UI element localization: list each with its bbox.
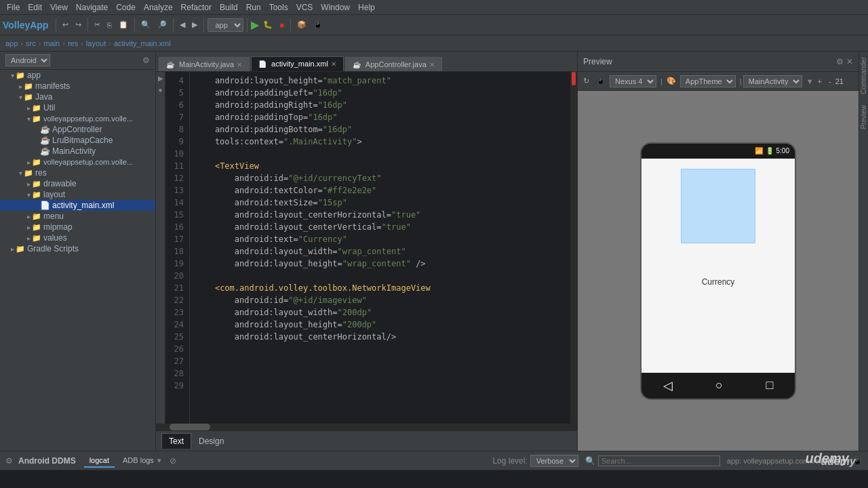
toolbar-sep-7 bbox=[290, 18, 291, 32]
menu-item-file[interactable]: File bbox=[3, 3, 24, 12]
sidebar-item-drawable[interactable]: ▸📁drawable bbox=[0, 178, 155, 189]
prev-zoom-out[interactable]: - bbox=[826, 76, 834, 87]
tab-activity-main[interactable]: 📄 activity_main.xml ✕ bbox=[251, 56, 344, 71]
sidebar-item-res[interactable]: ▾📁res bbox=[0, 167, 155, 178]
java-folder-icon: 📁 bbox=[24, 93, 33, 101]
menu-item-tools[interactable]: Tools bbox=[265, 3, 292, 12]
menu-item-edit[interactable]: Edit bbox=[24, 3, 46, 12]
sidebar-item-appcontroller[interactable]: ▸☕AppController bbox=[0, 124, 155, 135]
tab-appcontroller[interactable]: ☕ AppController.java ✕ bbox=[345, 57, 442, 71]
sidebar-item-mainactivity[interactable]: ▸☕MainActivity bbox=[0, 146, 155, 157]
menu-item-window[interactable]: Window bbox=[317, 3, 354, 12]
activity-main-label: activity_main.xml bbox=[52, 201, 114, 210]
stop-button[interactable]: ■ bbox=[277, 20, 287, 30]
tab-mainactivity[interactable]: ☕ MainActivity.java ✕ bbox=[159, 57, 250, 71]
avd-manager-btn[interactable]: 📱 bbox=[311, 19, 326, 30]
java-label: Java bbox=[35, 92, 52, 102]
sidebar-item-gradle[interactable]: ▸📁Gradle Scripts bbox=[0, 243, 155, 254]
bread-layout[interactable]: layout bbox=[86, 39, 106, 47]
bread-file[interactable]: activity_main.xml bbox=[114, 39, 171, 47]
prev-theme-select[interactable]: AppTheme bbox=[680, 75, 736, 87]
manifests-folder-icon: 📁 bbox=[24, 82, 33, 90]
debug-button[interactable]: 🐛 bbox=[260, 19, 275, 30]
prev-device-select[interactable]: Nexus 4 bbox=[610, 75, 656, 87]
bread-src[interactable]: src bbox=[26, 39, 36, 47]
log-level-select[interactable]: Verbose bbox=[530, 455, 578, 467]
menu-item-analyze[interactable]: Analyze bbox=[140, 3, 177, 12]
menu-item-help[interactable]: Help bbox=[354, 3, 379, 12]
menu-item-code[interactable]: Code bbox=[112, 3, 140, 12]
logcat-tab[interactable]: logcat bbox=[84, 454, 115, 468]
ddms-settings-icon[interactable]: ⚙ bbox=[5, 456, 13, 466]
prev-activity-select[interactable]: MainActivity bbox=[743, 75, 802, 87]
sidebar-item-values[interactable]: ▸📁values bbox=[0, 232, 155, 243]
menu-item-view[interactable]: View bbox=[46, 3, 72, 12]
drawable-label: drawable bbox=[43, 179, 77, 188]
toolbar-search-replace[interactable]: 🔎 bbox=[155, 19, 170, 30]
adb-logs-tab[interactable]: ADB logs ▾ bbox=[117, 454, 167, 467]
bottom-panel-tabs: ⚙ Android DDMS logcat ADB logs ▾ ⊘ Log l… bbox=[0, 451, 868, 470]
toolbar-paste[interactable]: 📋 bbox=[116, 19, 131, 30]
prev-device-icon[interactable]: 📱 bbox=[593, 75, 608, 87]
phone-mockup: 📶 🔋 5:00 Currency ◁ ○ □ bbox=[640, 142, 796, 400]
sidebar-item-lrubitmap[interactable]: ▸☕LruBitmapCache bbox=[0, 135, 155, 146]
sidebar-item-menu[interactable]: ▸📁menu bbox=[0, 211, 155, 222]
run-button[interactable]: ▶ bbox=[251, 18, 259, 31]
hscroll-thumb[interactable] bbox=[170, 424, 210, 430]
toolbar-prev-nav[interactable]: ◀ bbox=[177, 19, 188, 30]
side-tab-commander[interactable]: Commander bbox=[860, 54, 867, 97]
appcontroller-icon: ☕ bbox=[40, 125, 50, 134]
sidebar-mode-select[interactable]: Android Project bbox=[5, 54, 50, 66]
project-selector[interactable]: app bbox=[208, 18, 243, 32]
sidebar-item-activity-main[interactable]: ▸📄activity_main.xml bbox=[0, 200, 155, 211]
menu-item-vcs[interactable]: VCS bbox=[292, 3, 317, 12]
bread-app[interactable]: app bbox=[5, 39, 18, 47]
editor-scrollbar[interactable] bbox=[570, 72, 577, 424]
sidebar-item-java[interactable]: ▾📁Java bbox=[0, 92, 155, 102]
tab-text[interactable]: Text bbox=[161, 433, 191, 449]
menu-item-run[interactable]: Run bbox=[242, 3, 265, 12]
app-folder-icon: 📁 bbox=[16, 71, 25, 79]
toolbar-search[interactable]: 🔍 bbox=[138, 19, 153, 30]
layout-folder-icon: 📁 bbox=[32, 190, 41, 199]
sidebar-panel: Android Project ⚙ ▾📁app ▸📁manifests ▾📁Ja… bbox=[0, 52, 156, 451]
menu-item-refactor[interactable]: Refactor bbox=[177, 3, 216, 12]
sdk-manager-btn[interactable]: 📦 bbox=[294, 19, 309, 30]
editor-hscroll[interactable] bbox=[156, 424, 577, 430]
phone-home-btn[interactable]: ○ bbox=[715, 378, 723, 392]
preview-close-icon[interactable]: ✕ bbox=[846, 57, 853, 66]
sidebar-item-volleypkg2[interactable]: ▸📁volleyappsetup.com.volle... bbox=[0, 157, 155, 167]
sidebar-item-util[interactable]: ▸📁Util bbox=[0, 102, 155, 113]
tab-mainactivity-close[interactable]: ✕ bbox=[237, 61, 242, 68]
prev-theme-icon[interactable]: 🎨 bbox=[664, 75, 679, 87]
sidebar-item-app[interactable]: ▾📁app bbox=[0, 70, 155, 81]
log-search-input[interactable] bbox=[598, 455, 720, 466]
tab-activity-main-close[interactable]: ✕ bbox=[331, 60, 336, 68]
menu-item-build[interactable]: Build bbox=[216, 3, 242, 12]
toolbar-redo[interactable]: ↪ bbox=[73, 19, 84, 30]
phone-back-btn[interactable]: ◁ bbox=[663, 378, 673, 393]
toolbar-next-nav[interactable]: ▶ bbox=[189, 19, 200, 30]
prev-refresh-btn[interactable]: ↻ bbox=[580, 75, 592, 87]
phone-recents-btn[interactable]: □ bbox=[766, 378, 773, 392]
toolbar-cut[interactable]: ✂ bbox=[92, 19, 103, 30]
tab-design[interactable]: Design bbox=[191, 433, 231, 449]
menu-item-navigate[interactable]: Navigate bbox=[72, 3, 112, 12]
toolbar-copy[interactable]: ⎘ bbox=[104, 20, 115, 30]
bread-res[interactable]: res bbox=[68, 39, 78, 47]
clear-logcat-btn[interactable]: ⊘ bbox=[170, 456, 176, 466]
preview-content: 📶 🔋 5:00 Currency ◁ ○ □ bbox=[578, 91, 859, 451]
prev-zoom-in[interactable]: + bbox=[815, 76, 825, 87]
code-editor[interactable]: android:layout_height="match_parent" and… bbox=[190, 72, 570, 424]
tab-appcontroller-close[interactable]: ✕ bbox=[429, 61, 435, 68]
bread-main[interactable]: main bbox=[43, 39, 60, 47]
sidebar-item-manifests[interactable]: ▸📁manifests bbox=[0, 81, 155, 92]
side-tab-preview[interactable]: Preview bbox=[860, 102, 867, 132]
sidebar-gear-icon[interactable]: ⚙ bbox=[142, 56, 150, 65]
sidebar-item-mipmap[interactable]: ▸📁mipmap bbox=[0, 222, 155, 232]
sidebar-item-layout[interactable]: ▾📁layout bbox=[0, 189, 155, 200]
adb-logs-dropdown-icon[interactable]: ▾ bbox=[157, 456, 161, 464]
preview-settings-icon[interactable]: ⚙ bbox=[836, 57, 844, 66]
toolbar-undo[interactable]: ↩ bbox=[60, 19, 71, 30]
sidebar-item-volleypkg1[interactable]: ▾📁volleyappsetup.com.volle... bbox=[0, 113, 155, 124]
